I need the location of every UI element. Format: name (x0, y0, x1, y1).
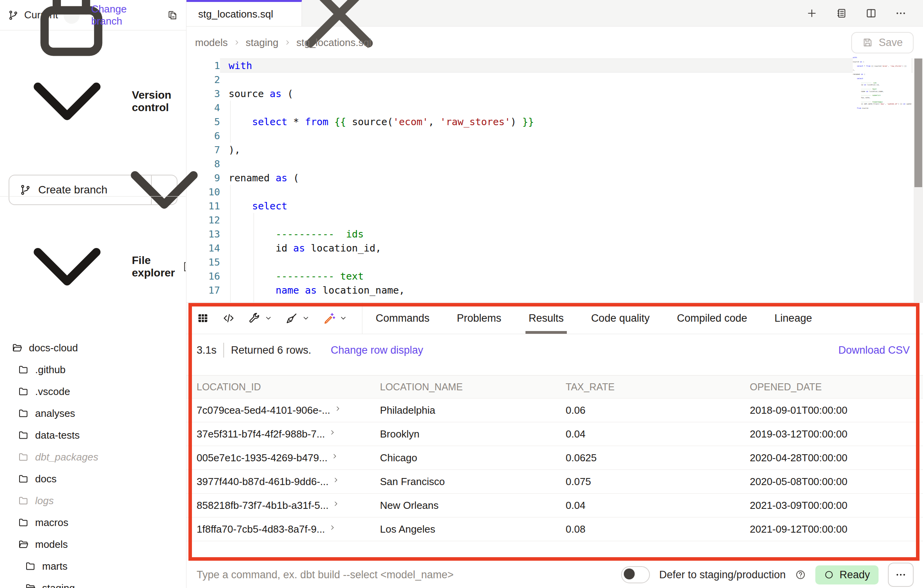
new-tab-icon[interactable] (806, 7, 818, 19)
tree-item-staging[interactable]: staging (0, 577, 186, 588)
scrollbar-thumb[interactable] (914, 58, 922, 187)
tab-stg-locations-sql[interactable]: stg_locations.sql (186, 0, 302, 26)
table-cell: 0.06 (556, 404, 740, 416)
format-code-icon[interactable] (286, 312, 298, 324)
code-line-16[interactable]: 16 ---------- text (186, 269, 913, 283)
tree-item-label: marts (42, 560, 67, 572)
tree-item-docs-cloud[interactable]: docs-cloud (0, 337, 186, 359)
expand-row-icon[interactable] (332, 500, 339, 507)
table-row[interactable]: 37e5f311-b7f4-4f2f-988b-7...Brooklyn0.04… (186, 422, 923, 446)
build-tools-icon[interactable] (248, 312, 261, 324)
copy-branch-icon[interactable] (167, 9, 178, 21)
table-cell: 2021-09-12T00:00:00 (740, 523, 923, 535)
table-row[interactable]: 3977f440-b87d-461b-9dd6-...San Francisco… (186, 470, 923, 494)
defer-toggle[interactable] (621, 566, 650, 583)
code-line-8[interactable]: 8 (186, 157, 913, 171)
code-text: select * from {{ source('ecom', 'raw_sto… (220, 115, 913, 129)
panel-tab-results[interactable]: Results (529, 303, 564, 334)
line-number: 17 (186, 285, 220, 296)
code-line-15[interactable]: 15 (186, 255, 913, 269)
code-line-1[interactable]: 1with (186, 58, 913, 73)
command-bar: Type a command, ex. dbt build --select <… (186, 561, 923, 588)
editor-scrollbar[interactable] (914, 58, 923, 302)
file-explorer-section: File explorer docs-cloud.github.vscodean… (0, 196, 186, 588)
download-csv-link[interactable]: Download CSV (838, 344, 910, 356)
split-editor-icon[interactable] (865, 7, 877, 19)
panel-tab-code-quality[interactable]: Code quality (591, 303, 650, 334)
tree-item--github[interactable]: .github (0, 359, 186, 381)
help-icon[interactable] (795, 569, 806, 580)
panel-tab-lineage[interactable]: Lineage (774, 303, 812, 334)
tree-item-models[interactable]: models (0, 533, 186, 555)
column-header-location_name[interactable]: LOCATION_NAME (370, 381, 556, 393)
code-editor[interactable]: 1with23source as (45 select * from {{ so… (186, 58, 913, 302)
tree-item-analyses[interactable]: analyses (0, 402, 186, 424)
file-explorer-header[interactable]: File explorer (0, 208, 186, 325)
tree-item--vscode[interactable]: .vscode (0, 381, 186, 402)
table-row[interactable]: 1f8ffa70-7cb5-4d83-8a7f-9...Los Angeles0… (186, 517, 923, 541)
chevron-down-icon[interactable] (302, 314, 310, 322)
expand-row-icon[interactable] (334, 405, 341, 412)
code-line-17[interactable]: 17 name as location_name, (186, 283, 913, 297)
code-line-13[interactable]: 13 ---------- ids (186, 227, 913, 241)
code-line-6[interactable]: 6 (186, 129, 913, 143)
branch-icon (20, 184, 31, 196)
table-cell: 7c079cea-5ed4-4101-906e-... (186, 404, 370, 416)
command-input[interactable]: Type a command, ex. dbt build --select <… (197, 569, 454, 581)
code-line-3[interactable]: 3source as ( (186, 87, 913, 101)
editor-header: modelsstagingstg_locations.sql Save (186, 27, 923, 58)
new-file-icon[interactable] (181, 261, 186, 273)
code-line-10[interactable]: 10 (186, 185, 913, 199)
chevron-down-icon[interactable] (339, 314, 347, 322)
breadcrumb-segment[interactable]: staging (246, 37, 279, 49)
more-actions-button[interactable] (888, 563, 914, 587)
column-header-tax_rate[interactable]: TAX_RATE (556, 381, 740, 393)
tree-item-docs[interactable]: docs (0, 468, 186, 490)
breadcrumb-segment[interactable]: stg_locations.sql (296, 37, 371, 49)
column-header-opened_date[interactable]: OPENED_DATE (740, 381, 923, 393)
change-branch-link[interactable]: Change branch (91, 3, 156, 27)
column-header-location_id[interactable]: LOCATION_ID (186, 381, 370, 393)
code-text: source as ( (220, 87, 913, 101)
code-line-2[interactable]: 2 (186, 73, 913, 87)
code-line-5[interactable]: 5 select * from {{ source('ecom', 'raw_s… (186, 115, 913, 129)
tree-item-macros[interactable]: macros (0, 512, 186, 533)
code-line-4[interactable]: 4 (186, 101, 913, 115)
expand-row-icon[interactable] (329, 524, 336, 531)
change-row-display-link[interactable]: Change row display (331, 344, 423, 356)
panel-tab-problems[interactable]: Problems (457, 303, 501, 334)
panel-tab-compiled-code[interactable]: Compiled code (677, 303, 747, 334)
table-row[interactable]: 858218fb-73f7-4b1b-a31f-5...New Orleans0… (186, 494, 923, 517)
version-control-section: Version control Create branch (0, 30, 186, 205)
code-line-11[interactable]: 11 select (186, 199, 913, 213)
expand-row-icon[interactable] (331, 453, 338, 460)
code-view-icon[interactable] (222, 312, 235, 324)
table-row[interactable]: 7c079cea-5ed4-4101-906e-...Philadelphia0… (186, 398, 923, 422)
code-line-12[interactable]: 12 (186, 213, 913, 227)
table-view-icon[interactable] (197, 312, 209, 324)
status-badge[interactable]: Ready (815, 565, 879, 584)
tree-item-logs[interactable]: logs (0, 490, 186, 512)
minimap[interactable]: with source as ( select * from {{ source… (853, 57, 911, 109)
tree-item-label: data-tests (35, 429, 80, 441)
tree-item-marts[interactable]: marts (0, 555, 186, 577)
folder-icon (18, 473, 29, 484)
toolbar-divider (362, 303, 362, 334)
tree-item-dbt-packages[interactable]: dbt_packages (0, 446, 186, 468)
changelog-icon[interactable] (836, 7, 847, 19)
expand-row-icon[interactable] (332, 476, 339, 484)
more-options-icon[interactable] (895, 7, 907, 19)
tree-item-data-tests[interactable]: data-tests (0, 424, 186, 446)
breadcrumb-segment[interactable]: models (195, 37, 228, 49)
chevron-down-icon[interactable] (264, 314, 272, 322)
table-row[interactable]: 005e7e1c-1935-4269-b479...Chicago0.06252… (186, 446, 923, 470)
code-line-9[interactable]: 9renamed as ( (186, 171, 913, 185)
save-button[interactable]: Save (851, 32, 914, 53)
panel-tab-commands[interactable]: Commands (376, 303, 430, 334)
code-line-7[interactable]: 7), (186, 143, 913, 157)
expand-row-icon[interactable] (329, 429, 336, 436)
folder-open-icon (12, 342, 23, 353)
ai-assist-icon[interactable] (323, 312, 335, 324)
code-line-14[interactable]: 14 id as location_id, (186, 241, 913, 255)
chevron-down-icon (9, 208, 126, 325)
